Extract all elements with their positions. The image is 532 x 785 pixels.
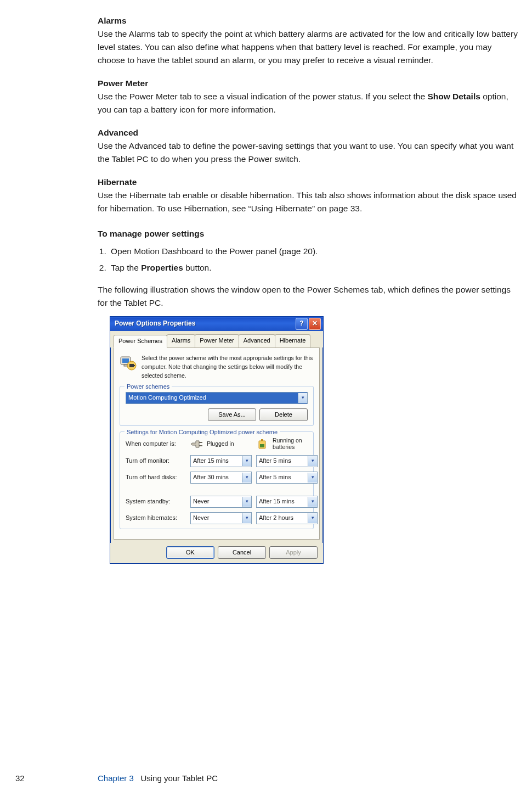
dropdown-arrow-icon: ▾ bbox=[308, 456, 317, 466]
dropdown-arrow-icon: ▾ bbox=[242, 497, 251, 507]
standby-row-label: System standby: bbox=[126, 497, 186, 506]
power-meter-heading: Power Meter bbox=[98, 77, 519, 90]
page-number: 32 bbox=[15, 772, 25, 784]
battery-icon bbox=[256, 438, 269, 451]
dialog-titlebar[interactable]: Power Options Properties ? ✕ bbox=[110, 317, 323, 331]
when-computer-is-label: When computer is: bbox=[126, 439, 186, 448]
monitor-plugged-select[interactable]: After 15 mins▾ bbox=[190, 455, 252, 467]
scheme-select[interactable]: Motion Computing Optimized ▾ bbox=[126, 392, 308, 404]
alarms-heading: Alarms bbox=[98, 14, 519, 27]
dropdown-arrow-icon: ▾ bbox=[308, 513, 317, 523]
chapter-title: Using your Tablet PC bbox=[140, 773, 218, 783]
chapter-label: Chapter 3 bbox=[98, 773, 134, 783]
step-2-pre: Tap the bbox=[111, 263, 141, 272]
dialog-title: Power Options Properties bbox=[115, 318, 195, 329]
hdd-battery-select[interactable]: After 5 mins▾ bbox=[256, 472, 318, 484]
chapter-footer: Chapter 3 Using your Tablet PC bbox=[98, 772, 218, 784]
advanced-heading: Advanced bbox=[98, 126, 519, 139]
intro-row: Select the power scheme with the most ap… bbox=[120, 354, 314, 380]
alarms-body: Use the Alarms tab to specify the point … bbox=[98, 27, 519, 67]
advanced-body: Use the Advanced tab to define the power… bbox=[98, 139, 519, 166]
dropdown-arrow-icon: ▾ bbox=[298, 393, 307, 403]
hibernate-row-label: System hibernates: bbox=[126, 513, 186, 523]
svg-rect-4 bbox=[129, 364, 134, 367]
hibernate-plugged-select[interactable]: Never▾ bbox=[190, 512, 252, 524]
tab-hibernate[interactable]: Hibernate bbox=[275, 334, 311, 347]
power-schemes-legend: Power schemes bbox=[124, 382, 172, 391]
intro-text: Select the power scheme with the most ap… bbox=[142, 354, 314, 380]
plug-icon bbox=[190, 438, 203, 451]
battery-header: Running on batteries bbox=[256, 438, 318, 451]
power-scheme-icon bbox=[120, 354, 137, 371]
tab-alarms[interactable]: Alarms bbox=[167, 334, 195, 347]
svg-rect-10 bbox=[260, 444, 264, 447]
step-1: Open Motion Dashboard to the Power panel… bbox=[109, 245, 519, 258]
settings-group: Settings for Motion Computing Optimized … bbox=[120, 431, 314, 529]
tab-body: Select the power scheme with the most ap… bbox=[114, 347, 320, 540]
ok-button[interactable]: OK bbox=[166, 546, 214, 559]
properties-bold: Properties bbox=[141, 263, 183, 272]
manage-heading: To manage power settings bbox=[98, 227, 519, 240]
show-details-bold: Show Details bbox=[427, 92, 480, 101]
hibernate-body: Use the Hibernate tab enable or disable … bbox=[98, 189, 519, 215]
monitor-battery-select[interactable]: After 5 mins▾ bbox=[256, 455, 318, 467]
close-button[interactable]: ✕ bbox=[309, 318, 321, 330]
dropdown-arrow-icon: ▾ bbox=[308, 473, 317, 483]
hibernate-battery-select[interactable]: After 2 hours▾ bbox=[256, 512, 318, 524]
svg-rect-1 bbox=[122, 358, 129, 363]
delete-button[interactable]: Delete bbox=[259, 408, 308, 421]
dropdown-arrow-icon: ▾ bbox=[242, 456, 251, 466]
plugged-in-header: Plugged in bbox=[190, 438, 252, 451]
battery-label: Running on batteries bbox=[273, 438, 318, 450]
step-2: Tap the Properties button. bbox=[109, 261, 519, 274]
power-meter-body: Use the Power Meter tab to see a visual … bbox=[98, 90, 519, 116]
monitor-row-label: Turn off monitor: bbox=[126, 456, 186, 466]
dialog-illustration: Power Options Properties ? ✕ Power Schem… bbox=[110, 316, 519, 564]
dialog-bottom-buttons: OK Cancel Apply bbox=[110, 543, 323, 563]
steps-list: Open Motion Dashboard to the Power panel… bbox=[98, 245, 519, 274]
svg-rect-2 bbox=[124, 365, 127, 366]
step-2-post: button. bbox=[183, 263, 212, 272]
apply-button[interactable]: Apply bbox=[269, 546, 318, 559]
hibernate-heading: Hibernate bbox=[98, 176, 519, 189]
help-button[interactable]: ? bbox=[296, 318, 308, 330]
hdd-row-label: Turn off hard disks: bbox=[126, 473, 186, 482]
page-content: Alarms Use the Alarms tab to specify the… bbox=[98, 0, 519, 564]
standby-plugged-select[interactable]: Never▾ bbox=[190, 496, 252, 508]
power-meter-body-pre: Use the Power Meter tab to see a visual … bbox=[98, 92, 427, 101]
dropdown-arrow-icon: ▾ bbox=[308, 497, 317, 507]
cancel-button[interactable]: Cancel bbox=[218, 546, 266, 559]
tab-power-meter[interactable]: Power Meter bbox=[195, 334, 239, 347]
standby-battery-select[interactable]: After 15 mins▾ bbox=[256, 496, 318, 508]
hdd-plugged-select[interactable]: After 30 mins▾ bbox=[190, 472, 252, 484]
scheme-value: Motion Computing Optimized bbox=[126, 393, 298, 402]
dropdown-arrow-icon: ▾ bbox=[242, 513, 251, 523]
settings-legend: Settings for Motion Computing Optimized … bbox=[124, 428, 280, 437]
tab-strip: Power Schemes Alarms Power Meter Advance… bbox=[110, 331, 323, 347]
tab-advanced[interactable]: Advanced bbox=[239, 334, 275, 347]
dropdown-arrow-icon: ▾ bbox=[242, 473, 251, 483]
tab-power-schemes[interactable]: Power Schemes bbox=[114, 335, 167, 348]
power-options-dialog: Power Options Properties ? ✕ Power Schem… bbox=[110, 316, 324, 564]
svg-rect-5 bbox=[134, 365, 135, 366]
svg-rect-9 bbox=[261, 439, 263, 441]
illustration-intro: The following illustration shows the win… bbox=[98, 283, 519, 310]
save-as-button[interactable]: Save As... bbox=[208, 408, 256, 421]
power-schemes-group: Power schemes Motion Computing Optimized… bbox=[120, 386, 314, 426]
plugged-in-label: Plugged in bbox=[207, 439, 234, 448]
